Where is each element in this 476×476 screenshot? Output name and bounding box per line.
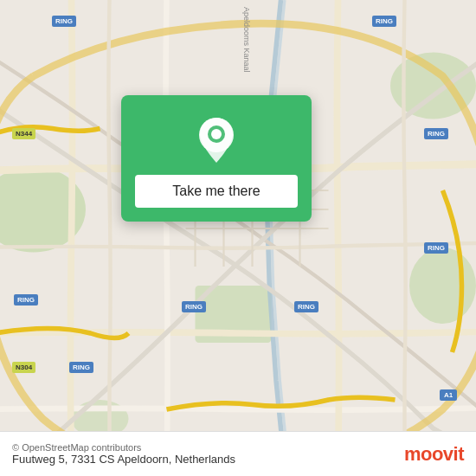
moovit-text: moovit [404, 443, 464, 466]
ring-badge-right-top: RING [424, 128, 448, 139]
n344-badge: N344 [12, 128, 35, 139]
pin-icon [196, 116, 237, 164]
ring-badge-left-mid: RING [14, 294, 38, 306]
location-text: Fuutweg 5, 7331 CS Apeldoorn, Netherland… [12, 453, 235, 466]
bottom-bar: © OpenStreetMap contributors Fuutweg 5, … [0, 431, 476, 476]
ring-badge-bottom-center-left: RING [182, 301, 206, 312]
ring-badge-top-right: RING [372, 16, 396, 27]
ring-badge-bottom-left: RING [69, 362, 93, 373]
svg-point-3 [409, 248, 476, 324]
moovit-logo: moovit [404, 443, 464, 466]
map-svg [0, 0, 476, 476]
take-me-there-button[interactable]: Take me there [135, 175, 298, 208]
attribution-text: © OpenStreetMap contributors [12, 442, 235, 453]
ring-badge-top-left: RING [52, 16, 76, 27]
location-card: Take me there [121, 95, 312, 222]
ring-badge-right-mid: RING [424, 242, 448, 254]
map-container: Apeldooms Kanaal RING RING RING RING RIN… [0, 0, 476, 476]
svg-point-8 [211, 129, 222, 139]
a1-badge: A1 [440, 389, 457, 401]
canal-label: Apeldooms Kanaal [242, 7, 251, 73]
ring-badge-bottom-center-right: RING [294, 301, 318, 312]
n304-badge: N304 [12, 362, 35, 373]
